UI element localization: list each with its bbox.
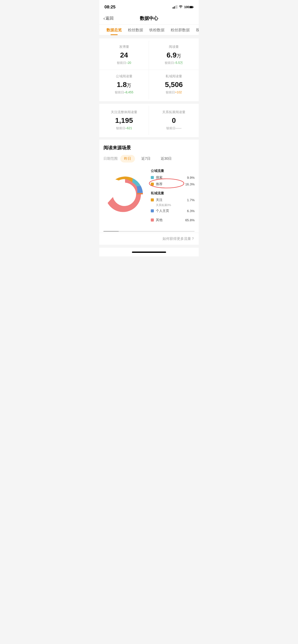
stat-post-label: 发博量 xyxy=(104,45,144,49)
back-button[interactable]: ‹ 返回 xyxy=(103,16,114,21)
chart-legend: 公域流量 搜索 9.9% 推荐 16.3% xyxy=(151,168,195,224)
svg-rect-0 xyxy=(173,7,173,9)
legend-pct-guanzhu: 1.7% xyxy=(187,198,195,202)
stat-reads-label: 阅读量 xyxy=(154,45,194,49)
chart-area: 公域流量 搜索 9.9% 推荐 16.3% xyxy=(103,168,195,224)
svg-rect-6 xyxy=(193,7,194,8)
svg-rect-3 xyxy=(177,5,177,9)
tab-fans[interactable]: 粉丝数据 xyxy=(125,25,146,35)
date-btn-30days[interactable]: 近30日 xyxy=(157,155,176,163)
donut-chart xyxy=(103,168,147,218)
scroll-hint xyxy=(99,229,199,233)
stat-private-reads-change: 较前日+102 xyxy=(154,90,194,95)
legend-spacer xyxy=(151,188,195,191)
stat-expand-reads-value: 0 xyxy=(154,116,194,125)
stats-card-1: 发博量 24 较前日–20 阅读量 6.9万 较前日–5.5万 xyxy=(99,38,199,101)
svg-rect-1 xyxy=(174,6,175,9)
svg-rect-2 xyxy=(175,6,176,9)
stat-public-reads-value: 1.8万 xyxy=(104,81,144,89)
legend-public-title: 公域流量 xyxy=(151,169,195,173)
battery-icon: 100 xyxy=(184,5,194,9)
stat-follow-reads-value: 1,195 xyxy=(104,116,144,125)
source-title: 阅读来源场景 xyxy=(103,145,195,151)
stat-public-reads: 公域阅读量 1.8万 较前日–8,455 xyxy=(99,70,149,99)
legend-name-homepage: 个人主页 xyxy=(156,209,187,213)
back-arrow-icon: ‹ xyxy=(103,16,105,21)
stat-reads-change: 较前日–5.5万 xyxy=(154,61,194,65)
tab-bar: 数据总览 粉丝数据 铁粉数据 粉丝群数据 视频数 xyxy=(99,25,199,35)
legend-name-sousuo: 搜索 xyxy=(156,175,187,180)
legend-sub-guanzhu: 关系拓展0% xyxy=(156,203,195,207)
status-time: 08:25 xyxy=(104,5,115,10)
stat-private-reads-value: 5,506 xyxy=(154,81,194,89)
date-btn-yesterday[interactable]: 昨日 xyxy=(120,155,135,163)
stats-card-2: 关注流整体阅读量 1,195 较前日–621 关系拓展阅读量 0 较前日—— xyxy=(99,104,199,137)
legend-item-homepage: 个人主页 6.3% xyxy=(151,209,195,213)
legend-spacer-2 xyxy=(151,215,195,218)
stat-expand-reads: 关系拓展阅读量 0 较前日—— xyxy=(149,106,199,135)
legend-name-other: 其他 xyxy=(156,218,185,222)
donut-segment-homepage xyxy=(137,186,143,193)
stat-follow-reads: 关注流整体阅读量 1,195 较前日–621 xyxy=(99,106,149,135)
legend-item-other: 其他 65.8% xyxy=(151,218,195,222)
date-btn-7days[interactable]: 近7日 xyxy=(138,155,154,163)
stat-post-count: 发博量 24 较前日–20 xyxy=(99,40,149,70)
date-range-label: 日期范围 xyxy=(103,156,118,161)
donut-svg xyxy=(103,168,147,218)
legend-pct-sousuo: 9.9% xyxy=(187,176,195,180)
tab-fan-groups[interactable]: 粉丝群数据 xyxy=(168,25,193,35)
legend-dot-tuijian xyxy=(151,183,154,186)
tab-overview[interactable]: 数据总览 xyxy=(103,25,125,35)
tab-iron-fans[interactable]: 铁粉数据 xyxy=(146,25,168,35)
legend-item-guanzhu: 关注 1.7% xyxy=(151,198,195,202)
stat-follow-reads-label: 关注流整体阅读量 xyxy=(104,110,144,114)
legend-pct-homepage: 6.3% xyxy=(187,209,195,213)
legend-pct-other: 65.8% xyxy=(185,218,195,222)
stat-private-reads: 私域阅读量 5,506 较前日+102 xyxy=(149,70,199,99)
scroll-track xyxy=(103,231,195,232)
svg-rect-5 xyxy=(190,6,193,8)
bottom-hint[interactable]: 如何获得更多流量？ xyxy=(99,233,199,245)
stat-post-value: 24 xyxy=(104,51,144,59)
legend-name-guanzhu: 关注 xyxy=(156,198,187,202)
page-title: 数据中心 xyxy=(140,15,158,21)
legend-item-tuijian: 推荐 16.3% xyxy=(151,182,195,186)
stat-follow-reads-change: 较前日–621 xyxy=(104,126,144,130)
donut-segment-guanzhu xyxy=(137,193,143,194)
wifi-icon xyxy=(179,5,183,9)
source-card: 阅读来源场景 日期范围 昨日 近7日 近30日 xyxy=(99,140,199,229)
stat-expand-reads-change: 较前日—— xyxy=(154,126,194,130)
stat-expand-reads-label: 关系拓展阅读量 xyxy=(154,110,194,114)
content-area: 发博量 24 较前日–20 阅读量 6.9万 较前日–5.5万 xyxy=(99,35,199,248)
home-bar xyxy=(132,252,166,253)
legend-dot-other xyxy=(151,218,154,222)
stat-public-reads-change: 较前日–8,455 xyxy=(104,90,144,95)
tab-video[interactable]: 视频数 xyxy=(193,25,199,35)
stat-private-reads-label: 私域阅读量 xyxy=(154,74,194,79)
home-indicator xyxy=(99,248,199,256)
nav-bar: ‹ 返回 数据中心 xyxy=(99,13,199,25)
stat-public-reads-label: 公域阅读量 xyxy=(104,74,144,79)
bottom-hint-text: 如何获得更多流量？ xyxy=(162,237,195,241)
back-label: 返回 xyxy=(105,16,114,21)
signal-icon xyxy=(173,5,177,9)
legend-item-sousuo: 搜索 9.9% xyxy=(151,175,195,180)
status-bar: 08:25 100 xyxy=(99,0,199,13)
scroll-thumb xyxy=(103,231,119,232)
date-filter: 日期范围 昨日 近7日 近30日 xyxy=(103,155,195,163)
status-icons: 100 xyxy=(173,5,194,9)
legend-dot-sousuo xyxy=(151,176,154,179)
legend-dot-guanzhu xyxy=(151,198,154,201)
legend-pct-tuijian: 16.3% xyxy=(185,182,195,186)
stat-reads-value: 6.9万 xyxy=(154,51,194,59)
legend-name-tuijian: 推荐 xyxy=(156,182,185,186)
legend-dot-homepage xyxy=(151,209,154,212)
legend-private-title: 私域流量 xyxy=(151,191,195,196)
stat-reads: 阅读量 6.9万 较前日–5.5万 xyxy=(149,40,199,70)
stat-post-change: 较前日–20 xyxy=(104,61,144,65)
